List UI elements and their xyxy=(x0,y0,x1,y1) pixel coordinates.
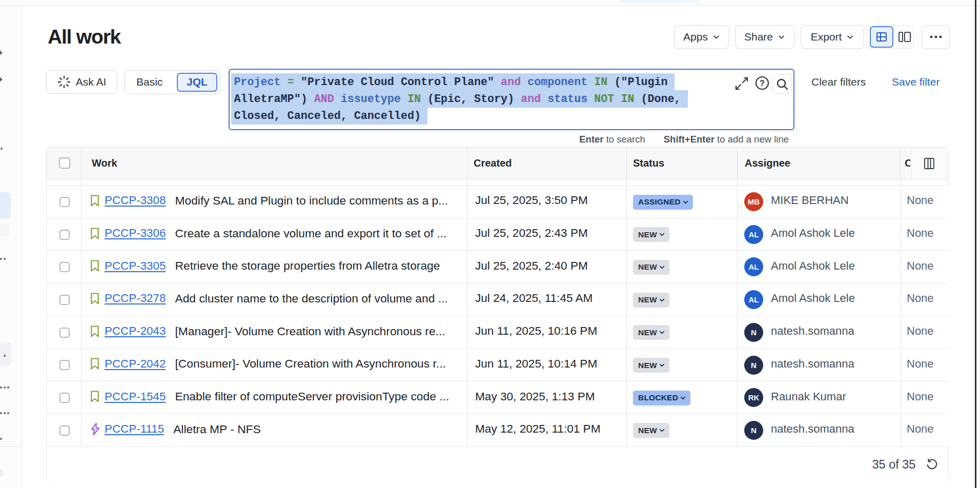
svg-text:?: ? xyxy=(760,79,765,88)
